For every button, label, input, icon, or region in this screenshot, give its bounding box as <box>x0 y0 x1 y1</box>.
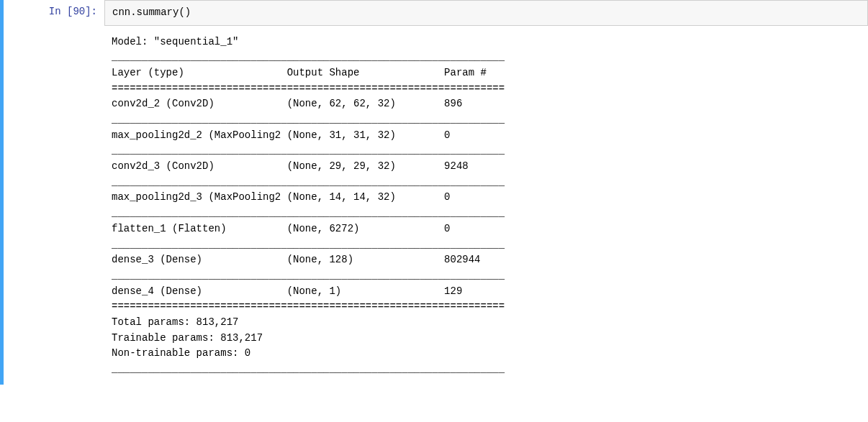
prompt-close: ]: <box>85 6 97 17</box>
input-row: In [90]: cnn.summary() <box>4 0 868 26</box>
output-row: Model: "sequential_1" __________________… <box>4 30 868 385</box>
code-input[interactable]: cnn.summary() <box>104 0 868 26</box>
output-text: Model: "sequential_1" __________________… <box>104 30 868 385</box>
code-line: cnn.summary() <box>112 6 191 18</box>
input-prompt: In [90]: <box>4 0 104 17</box>
prompt-count: 90 <box>73 6 85 17</box>
prompt-in: In [ <box>49 6 73 17</box>
notebook-cell: In [90]: cnn.summary() Model: "sequentia… <box>0 0 868 385</box>
